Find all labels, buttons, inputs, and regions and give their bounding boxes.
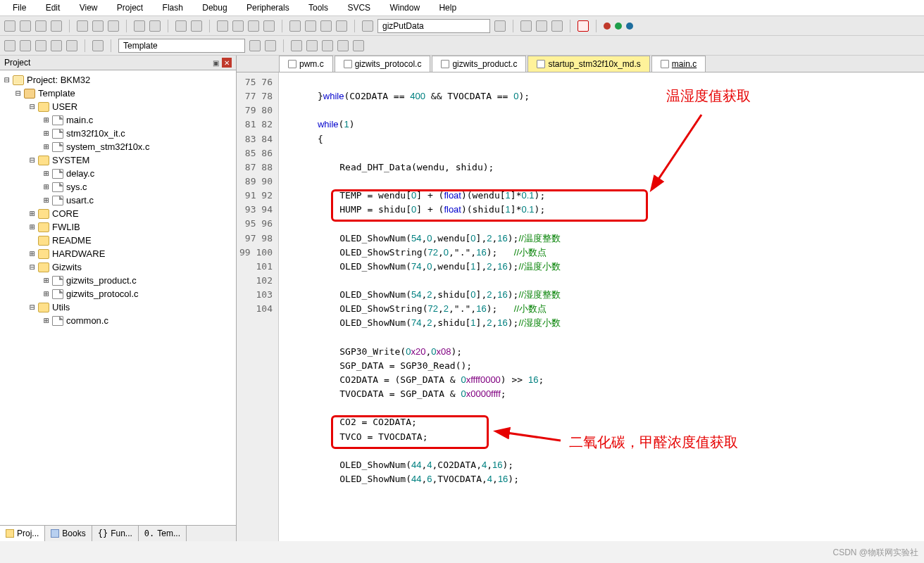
redo-icon[interactable] xyxy=(149,20,161,32)
pin-icon[interactable]: ▣ xyxy=(213,59,219,67)
project-tree[interactable]: ⊟Project: BKM32⊟Template⊟USER⊞main.c⊞stm… xyxy=(0,70,236,525)
tree-item[interactable]: ⊟Template xyxy=(0,87,236,100)
bookmark-prev-icon[interactable] xyxy=(232,20,244,32)
comment-icon[interactable] xyxy=(320,20,332,32)
file-tab[interactable]: startup_stm32f10x_md.s xyxy=(527,56,649,72)
expand-icon[interactable]: ⊟ xyxy=(3,75,11,85)
file-tab[interactable]: gizwits_product.c xyxy=(432,56,526,72)
search-field[interactable]: gizPutData xyxy=(377,19,490,33)
tree-item[interactable]: ⊟Project: BKM32 xyxy=(0,73,236,87)
tree-item[interactable]: ⊞CORE xyxy=(0,207,236,220)
debug-icon[interactable] xyxy=(578,20,589,32)
tree-item[interactable]: ⊞stm32f10x_it.c xyxy=(0,127,236,140)
bookmark-clear-icon[interactable] xyxy=(263,20,275,32)
menu-flash[interactable]: Flash xyxy=(163,3,183,13)
translate-icon[interactable] xyxy=(4,40,15,51)
menu-tools[interactable]: Tools xyxy=(308,3,328,13)
expand-icon[interactable]: ⊟ xyxy=(28,302,37,312)
file-tab[interactable]: main.c xyxy=(651,56,706,72)
undo-icon[interactable] xyxy=(134,20,145,32)
code-text[interactable]: }while(CO2DATA == 400 && TVOCDATA == 0);… xyxy=(279,72,924,541)
file-ext-icon[interactable] xyxy=(306,40,318,51)
save-icon[interactable] xyxy=(35,20,46,32)
paste-icon[interactable] xyxy=(108,20,119,32)
config-icon[interactable] xyxy=(520,20,532,32)
tree-item[interactable]: ⊟SYSTEM xyxy=(0,153,236,167)
expand-icon[interactable]: ⊞ xyxy=(42,289,51,299)
expand-icon[interactable]: ⊟ xyxy=(28,262,37,272)
tree-item[interactable]: ⊞gizwits_protocol.c xyxy=(0,287,236,301)
expand-icon[interactable]: ⊞ xyxy=(28,208,37,219)
tree-item[interactable]: ⊞delay.c xyxy=(0,167,236,180)
search-dropdown-icon[interactable] xyxy=(494,20,506,32)
books-icon[interactable] xyxy=(322,40,333,51)
rte-icon[interactable] xyxy=(353,40,364,51)
expand-icon[interactable]: ⊞ xyxy=(42,141,51,152)
build-icon[interactable] xyxy=(536,20,547,32)
menu-edit[interactable]: Edit xyxy=(46,3,61,13)
expand-icon[interactable]: ⊞ xyxy=(42,182,51,192)
tab-project[interactable]: Proj... xyxy=(0,526,45,541)
file-tab[interactable]: pwm.c xyxy=(279,56,333,72)
expand-icon[interactable]: ⊞ xyxy=(28,248,37,259)
expand-icon[interactable]: ⊞ xyxy=(42,168,51,179)
expand-icon[interactable]: ⊞ xyxy=(28,222,37,232)
build-target-icon[interactable] xyxy=(20,40,31,51)
target-dropdown-icon[interactable] xyxy=(249,40,261,51)
find-icon[interactable] xyxy=(362,20,373,32)
menu-window[interactable]: Window xyxy=(389,3,420,13)
stop-build-icon[interactable] xyxy=(66,40,77,51)
open-icon[interactable] xyxy=(20,20,31,32)
tree-item[interactable]: README xyxy=(0,234,236,247)
rebuild-icon[interactable] xyxy=(35,40,46,51)
tree-item[interactable]: ⊟USER xyxy=(0,100,236,113)
expand-icon[interactable]: ⊞ xyxy=(42,115,51,125)
expand-icon[interactable]: ⊟ xyxy=(14,88,23,99)
manage-icon[interactable] xyxy=(291,40,302,51)
expand-icon[interactable]: ⊟ xyxy=(28,101,37,112)
copy-icon[interactable] xyxy=(92,20,104,32)
tab-functions[interactable]: {}Fun... xyxy=(92,526,139,541)
tree-item[interactable]: ⊞gizwits_product.c xyxy=(0,274,236,287)
tree-item[interactable]: ⊞sys.c xyxy=(0,180,236,194)
expand-icon[interactable]: ⊞ xyxy=(42,128,51,139)
forward-icon[interactable] xyxy=(191,20,202,32)
menu-help[interactable]: Help xyxy=(439,3,456,13)
record-icon[interactable] xyxy=(604,23,611,30)
code-pane[interactable]: 75 76 77 78 79 80 81 82 83 84 85 86 87 8… xyxy=(237,72,924,541)
menu-svcs[interactable]: SVCS xyxy=(347,3,370,13)
tree-item[interactable]: ⊞main.c xyxy=(0,113,236,127)
tab-templates[interactable]: 0.Tem... xyxy=(139,526,187,541)
tree-item[interactable]: ⊟Utils xyxy=(0,301,236,314)
tab-books[interactable]: Books xyxy=(45,526,92,541)
expand-icon[interactable]: ⊞ xyxy=(42,275,51,286)
menu-project[interactable]: Project xyxy=(117,3,143,13)
download-icon[interactable] xyxy=(92,40,104,51)
stop-icon[interactable] xyxy=(626,23,633,30)
run-icon[interactable] xyxy=(615,23,622,30)
tree-item[interactable]: ⊞FWLIB xyxy=(0,220,236,234)
menu-peripherals[interactable]: Peripherals xyxy=(246,3,289,13)
expand-icon[interactable]: ⊞ xyxy=(42,315,51,326)
cut-icon[interactable] xyxy=(77,20,88,32)
menu-debug[interactable]: Debug xyxy=(202,3,227,13)
expand-icon[interactable]: ⊟ xyxy=(28,155,37,165)
file-tab[interactable]: gizwits_protocol.c xyxy=(335,56,431,72)
batch-build-icon[interactable] xyxy=(51,40,62,51)
outdent-icon[interactable] xyxy=(305,20,316,32)
pack-icon[interactable] xyxy=(337,40,349,51)
tool-icon[interactable] xyxy=(551,20,563,32)
indent-icon[interactable] xyxy=(289,20,301,32)
tree-item[interactable]: ⊞common.c xyxy=(0,314,236,327)
bookmark-next-icon[interactable] xyxy=(248,20,259,32)
target-selector[interactable]: Template xyxy=(118,39,245,53)
uncomment-icon[interactable] xyxy=(336,20,347,32)
expand-icon[interactable]: ⊞ xyxy=(42,195,51,205)
back-icon[interactable] xyxy=(175,20,187,32)
tree-item[interactable]: ⊞usart.c xyxy=(0,194,236,207)
tree-item[interactable]: ⊞HARDWARE xyxy=(0,247,236,260)
tree-item[interactable]: ⊟Gizwits xyxy=(0,260,236,274)
save-all-icon[interactable] xyxy=(51,20,62,32)
new-icon[interactable] xyxy=(4,20,15,32)
menu-view[interactable]: View xyxy=(80,3,98,13)
